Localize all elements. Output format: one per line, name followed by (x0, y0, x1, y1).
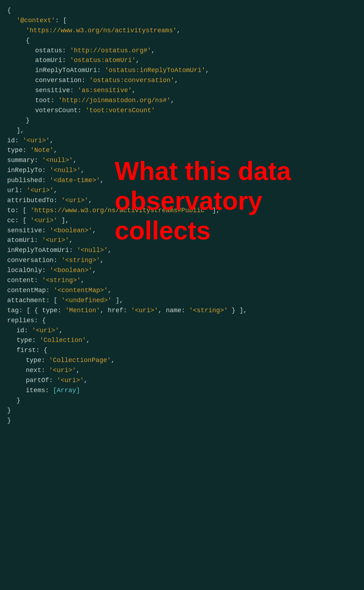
code-line: type: 'CollectionPage', (7, 356, 357, 366)
code-line: } (7, 416, 357, 426)
code-block: What this data observatory collects {'@c… (7, 6, 357, 425)
code-line: items: [Array] (7, 386, 357, 396)
code-line: atomUri: 'ostatus:atomUri', (7, 56, 357, 66)
code-line: inReplyTo: '<null>', (7, 166, 357, 176)
code-line: } (7, 116, 357, 126)
code-line: url: '<uri>', (7, 186, 357, 196)
code-line: ostatus: 'http://ostatus.org#', (7, 46, 357, 56)
code-line: atomUri: '<uri>', (7, 235, 357, 246)
code-line: type: 'Collection', (7, 336, 357, 346)
json-display: {'@context': ['https://www.w3.org/ns/act… (7, 6, 357, 425)
code-line: { (7, 6, 357, 16)
code-line: 'https://www.w3.org/ns/activitystreams', (7, 26, 357, 36)
code-line: sensitive: 'as:sensitive', (7, 86, 357, 96)
code-line: attachment: [ '<undefined>' ], (7, 296, 357, 306)
code-line: votersCount: 'toot:votersCount' (7, 106, 357, 116)
code-line: cc: [ '<uri>' ], (7, 216, 357, 226)
code-line: contentMap: '<contentMap>', (7, 286, 357, 296)
code-line: partOf: '<uri>', (7, 376, 357, 386)
code-line: type: 'Note', (7, 146, 357, 156)
code-line: '@context': [ (7, 16, 357, 26)
code-line: content: '<string>', (7, 276, 357, 286)
code-line: } (7, 406, 357, 416)
code-line: first: { (7, 346, 357, 356)
code-line: inReplyToAtomUri: '<null>', (7, 246, 357, 256)
code-line: localOnly: '<boolean>', (7, 266, 357, 276)
code-line: published: '<date-time>', (7, 176, 357, 186)
code-line: conversation: '<string>', (7, 256, 357, 266)
code-line: next: '<uri>', (7, 366, 357, 376)
code-line: { (7, 36, 357, 46)
code-line: toot: 'http://joinmastodon.org/ns#', (7, 96, 357, 106)
code-line: inReplyToAtomUri: 'ostatus:inReplyToAtom… (7, 66, 357, 76)
code-line: replies: { (7, 316, 357, 326)
code-line: ], (7, 126, 357, 136)
code-line: id: '<uri>', (7, 136, 357, 146)
code-line: id: '<uri>', (7, 326, 357, 336)
code-line: sensitive: '<boolean>', (7, 226, 357, 236)
code-line: summary: '<null>', (7, 156, 357, 166)
code-line: attributedTo: '<uri>', (7, 196, 357, 206)
code-line: to: [ 'https://www.w3.org/ns/activitystr… (7, 206, 357, 216)
code-line: tag: [ { type: 'Mention', href: '<uri>',… (7, 306, 357, 316)
code-line: conversation: 'ostatus:conversation', (7, 76, 357, 86)
code-line: } (7, 396, 357, 406)
